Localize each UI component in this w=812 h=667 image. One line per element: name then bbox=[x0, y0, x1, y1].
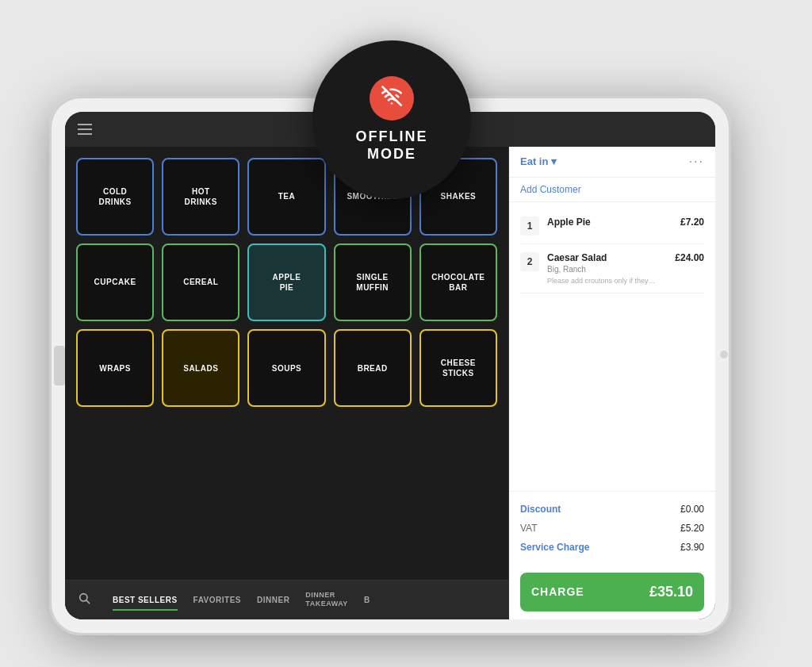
service-charge-label: Service Charge bbox=[520, 542, 589, 553]
tablet-device: 𝒩 NOBLY COLDDRINKS HOTDRINKS TEA SMOOTHI… bbox=[49, 96, 731, 635]
category-salads[interactable]: SALADS bbox=[162, 329, 239, 407]
category-cold-drinks[interactable]: COLDDRINKS bbox=[76, 158, 154, 236]
category-smoothies[interactable]: SMOOTHIES bbox=[334, 158, 412, 236]
eat-in-label: Eat in bbox=[520, 155, 548, 167]
add-customer-button[interactable]: Add Customer bbox=[509, 178, 715, 202]
tab-extra[interactable]: B bbox=[364, 592, 370, 608]
category-hot-drinks[interactable]: HOTDRINKS bbox=[162, 158, 239, 236]
tab-dinner[interactable]: DINNER bbox=[257, 592, 289, 608]
tab-bar: BEST SELLERS FAVORITES DINNER DINNERTAKE… bbox=[65, 580, 508, 619]
order-item[interactable]: 2 Caesar Salad Big, Ranch Please add cro… bbox=[520, 244, 704, 293]
item-details: Apple Pie bbox=[547, 217, 672, 228]
top-bar: 𝒩 NOBLY bbox=[65, 112, 715, 147]
pos-panel: COLDDRINKS HOTDRINKS TEA SMOOTHIES SHAKE… bbox=[65, 147, 509, 619]
item-quantity: 1 bbox=[520, 217, 539, 236]
item-details: Caesar Salad Big, Ranch Please add crout… bbox=[547, 252, 667, 285]
item-quantity: 2 bbox=[520, 252, 539, 271]
category-cupcake[interactable]: CUPCAKE bbox=[76, 243, 154, 321]
item-name: Caesar Salad bbox=[547, 252, 667, 263]
eat-in-button[interactable]: Eat in ▾ bbox=[520, 155, 557, 167]
charge-amount: £35.10 bbox=[649, 584, 693, 600]
tablet-right-button bbox=[720, 351, 728, 358]
hamburger-menu[interactable] bbox=[78, 124, 92, 135]
search-icon[interactable] bbox=[71, 592, 97, 608]
vat-row: VAT £5.20 bbox=[520, 519, 704, 538]
order-panel: Eat in ▾ ··· Add Customer 1 Apple Pie bbox=[509, 147, 715, 619]
more-options-button[interactable]: ··· bbox=[689, 155, 704, 169]
svg-line-3 bbox=[86, 600, 90, 604]
tablet-screen: 𝒩 NOBLY COLDDRINKS HOTDRINKS TEA SMOOTHI… bbox=[65, 112, 715, 619]
main-content: COLDDRINKS HOTDRINKS TEA SMOOTHIES SHAKE… bbox=[65, 147, 715, 619]
category-wraps[interactable]: WRAPS bbox=[76, 329, 154, 407]
category-single-muffin[interactable]: SINGLEMUFFIN bbox=[334, 243, 412, 321]
category-grid: COLDDRINKS HOTDRINKS TEA SMOOTHIES SHAKE… bbox=[65, 147, 508, 580]
discount-row: Discount £0.00 bbox=[520, 500, 704, 519]
category-chocolate-bar[interactable]: CHOCOLATEBAR bbox=[419, 243, 497, 321]
item-price: £24.00 bbox=[675, 252, 704, 263]
order-items-list: 1 Apple Pie £7.20 2 Caesar Salad Big, R bbox=[509, 202, 715, 491]
charge-button[interactable]: CHARGE £35.10 bbox=[520, 573, 704, 611]
category-tea[interactable]: TEA bbox=[247, 158, 325, 236]
item-subtitle: Big, Ranch bbox=[547, 265, 667, 274]
tab-dinner-takeaway[interactable]: DINNERTAKEAWAY bbox=[305, 588, 348, 611]
category-apple-pie[interactable]: APPLEPIE bbox=[247, 243, 325, 321]
category-shakes[interactable]: SHAKES bbox=[419, 158, 497, 236]
discount-value: £0.00 bbox=[680, 504, 704, 515]
item-note: Please add croutons only if they… bbox=[547, 277, 667, 285]
item-name: Apple Pie bbox=[547, 217, 672, 228]
category-bread[interactable]: BREAD bbox=[334, 329, 412, 407]
service-charge-value: £3.90 bbox=[680, 542, 704, 553]
chevron-down-icon: ▾ bbox=[551, 155, 557, 167]
discount-label: Discount bbox=[520, 504, 561, 515]
tablet-side-button bbox=[54, 346, 65, 385]
category-soups[interactable]: SOUPS bbox=[247, 329, 325, 407]
brand-logo: 𝒩 NOBLY bbox=[351, 122, 424, 136]
order-header: Eat in ▾ ··· bbox=[509, 147, 715, 178]
vat-value: £5.20 bbox=[680, 523, 704, 534]
order-item[interactable]: 1 Apple Pie £7.20 bbox=[520, 209, 704, 244]
order-totals: Discount £0.00 VAT £5.20 Service Charge … bbox=[509, 491, 715, 565]
vat-label: VAT bbox=[520, 523, 538, 534]
category-cheese-sticks[interactable]: CHEESESTICKS bbox=[419, 329, 497, 407]
category-cereal[interactable]: CEREAL bbox=[162, 243, 239, 321]
tab-best-sellers[interactable]: BEST SELLERS bbox=[113, 592, 178, 608]
service-charge-row: Service Charge £3.90 bbox=[520, 538, 704, 557]
charge-label: CHARGE bbox=[531, 585, 584, 598]
item-price: £7.20 bbox=[680, 217, 704, 228]
tab-favorites[interactable]: FAVORITES bbox=[193, 592, 241, 608]
